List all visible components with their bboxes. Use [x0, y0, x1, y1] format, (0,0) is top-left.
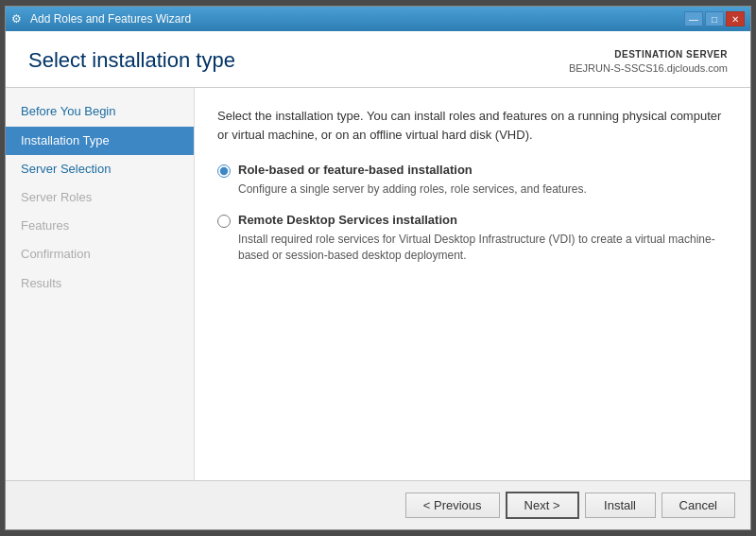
minimize-button[interactable]: —	[684, 11, 703, 26]
close-button[interactable]: ✕	[726, 11, 745, 26]
cancel-button[interactable]: Cancel	[662, 493, 735, 518]
title-bar-left: ⚙ Add Roles and Features Wizard	[11, 11, 191, 26]
option-remote-desktop-label-row: Remote Desktop Services installation	[217, 213, 728, 228]
main-content: Select the installation type. You can in…	[195, 88, 750, 480]
sidebar-item-server-roles: Server Roles	[6, 183, 194, 212]
intro-text: Select the installation type. You can in…	[217, 107, 728, 144]
option-remote-desktop: Remote Desktop Services installation Ins…	[217, 213, 728, 264]
sidebar-item-features: Features	[6, 212, 194, 240]
sidebar-item-before-you-begin[interactable]: Before You Begin	[6, 97, 194, 126]
option-role-based-label-row: Role-based or feature-based installation	[217, 163, 728, 178]
option-role-based-title: Role-based or feature-based installation	[238, 163, 472, 177]
install-button[interactable]: Install	[585, 493, 656, 518]
sidebar-item-results: Results	[6, 269, 194, 298]
window-title: Add Roles and Features Wizard	[30, 12, 191, 26]
radio-role-based[interactable]	[217, 164, 231, 178]
top-section: Select installation type DESTINATION SER…	[6, 31, 750, 88]
option-remote-desktop-desc: Install required role services for Virtu…	[238, 232, 728, 264]
maximize-button[interactable]: □	[705, 11, 724, 26]
sidebar-item-server-selection[interactable]: Server Selection	[6, 155, 194, 183]
wizard-window: ⚙ Add Roles and Features Wizard — □ ✕ Se…	[5, 6, 751, 530]
sidebar-item-confirmation: Confirmation	[6, 240, 194, 268]
radio-remote-desktop[interactable]	[217, 215, 231, 228]
title-bar: ⚙ Add Roles and Features Wizard — □ ✕	[6, 7, 750, 31]
page-title: Select installation type	[28, 48, 235, 73]
destination-server-info: DESTINATION SERVER BEJRUN-S-SSCS16.djclo…	[569, 48, 728, 76]
header-section: Select installation type DESTINATION SER…	[6, 31, 750, 88]
window-icon: ⚙	[11, 11, 26, 26]
sidebar-item-installation-type[interactable]: Installation Type	[6, 127, 194, 155]
dest-server-name: BEJRUN-S-SSCS16.djclouds.com	[569, 61, 728, 76]
option-role-based: Role-based or feature-based installation…	[217, 163, 728, 198]
title-bar-controls: — □ ✕	[684, 11, 745, 26]
option-role-based-desc: Configure a single server by adding role…	[238, 182, 728, 198]
sidebar: Before You Begin Installation Type Serve…	[6, 88, 195, 480]
previous-button[interactable]: < Previous	[405, 493, 500, 518]
option-remote-desktop-title: Remote Desktop Services installation	[238, 213, 457, 227]
footer: < Previous Next > Install Cancel	[6, 480, 750, 529]
next-button[interactable]: Next >	[506, 492, 579, 519]
main-body: Before You Begin Installation Type Serve…	[6, 88, 750, 480]
dest-server-label: DESTINATION SERVER	[569, 48, 728, 61]
